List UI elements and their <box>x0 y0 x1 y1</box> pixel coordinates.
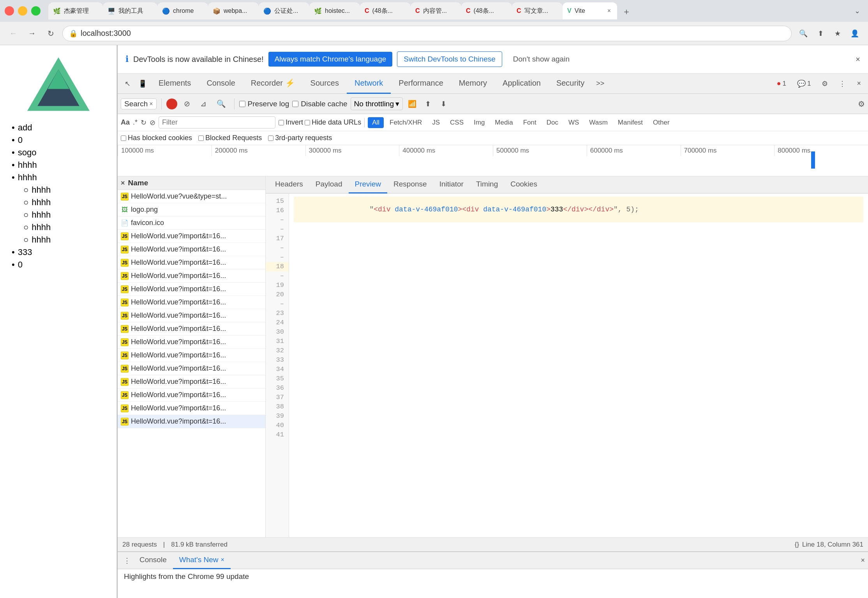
new-tab-button[interactable]: ＋ <box>619 4 634 19</box>
preview-tab-timing[interactable]: Timing <box>470 176 504 193</box>
preview-tab-initiator[interactable]: Initiator <box>433 176 470 193</box>
file-item-17-selected[interactable]: JS HelloWorld.vue?import&t=16... <box>118 415 265 428</box>
file-item-11[interactable]: JS HelloWorld.vue?import&t=16... <box>118 336 265 349</box>
tab-memory[interactable]: Memory <box>451 74 495 94</box>
close-devtools-button[interactable]: × <box>853 78 865 89</box>
filter-js-button[interactable]: JS <box>428 117 444 128</box>
inspect-element-button[interactable]: ↖ <box>121 78 134 90</box>
settings-button[interactable]: ⚙ <box>818 78 832 90</box>
throttling-select[interactable]: No throttling ▾ <box>351 97 403 110</box>
tab-elements[interactable]: Elements <box>151 74 199 94</box>
filter-button[interactable]: ⊿ <box>197 97 210 110</box>
filter-font-button[interactable]: Font <box>519 117 541 128</box>
network-settings-button[interactable]: ⚙ <box>858 99 865 109</box>
profile-button[interactable]: 👤 <box>848 26 862 40</box>
file-item-8[interactable]: JS HelloWorld.vue?import&t=16... <box>118 296 265 309</box>
filter-manifest-button[interactable]: Manifest <box>614 117 647 128</box>
tab-7[interactable]: C (48条... <box>360 2 411 19</box>
match-language-button[interactable]: Always match Chrome's language <box>268 52 393 67</box>
filter-wasm-button[interactable]: Wasm <box>585 117 612 128</box>
filter-ws-button[interactable]: WS <box>564 117 583 128</box>
more-options-button[interactable]: ⋮ <box>835 78 850 90</box>
file-item-logo[interactable]: 🖼 logo.png <box>118 203 265 216</box>
disable-cache-input[interactable] <box>292 101 298 107</box>
back-button[interactable]: ← <box>6 26 20 40</box>
minimize-button[interactable] <box>18 6 27 16</box>
dont-show-again-button[interactable]: Don't show again <box>507 52 576 67</box>
file-item-5[interactable]: JS HelloWorld.vue?import&t=16... <box>118 256 265 269</box>
file-item-4[interactable]: JS HelloWorld.vue?import&t=16... <box>118 243 265 256</box>
file-item-3[interactable]: JS HelloWorld.vue?import&t=16... <box>118 230 265 243</box>
device-toolbar-button[interactable]: 📱 <box>134 78 151 90</box>
search-close-button[interactable]: × <box>149 100 153 107</box>
preview-tab-preview[interactable]: Preview <box>349 176 388 193</box>
reload-button[interactable]: ↻ <box>44 26 58 40</box>
share-button[interactable]: ⬆ <box>813 26 827 40</box>
bottom-tab-whats-new[interactable]: What's New × <box>173 552 231 569</box>
tab-console[interactable]: Console <box>199 74 243 94</box>
tab-8[interactable]: C 内容管... <box>411 2 461 19</box>
third-party-checkbox[interactable]: 3rd-party requests <box>268 134 332 142</box>
filter-all-button[interactable]: All <box>368 117 384 128</box>
format-icon[interactable]: {} <box>795 541 799 549</box>
more-tabs-button[interactable]: >> <box>592 78 608 89</box>
file-item-10[interactable]: JS HelloWorld.vue?import&t=16... <box>118 322 265 336</box>
tab-sources[interactable]: Sources <box>303 74 347 94</box>
switch-chinese-button[interactable]: Switch DevTools to Chinese <box>397 51 502 67</box>
file-item-13[interactable]: JS HelloWorld.vue?import&t=16... <box>118 362 265 375</box>
preview-tab-response[interactable]: Response <box>387 176 433 193</box>
tabs-overflow-button[interactable]: ⌄ <box>851 7 863 15</box>
has-blocked-cookies-input[interactable] <box>121 135 126 141</box>
tab-close-button[interactable]: × <box>606 7 612 15</box>
filter-doc-button[interactable]: Doc <box>542 117 563 128</box>
search-button[interactable]: 🔍 <box>796 26 810 40</box>
file-item-14[interactable]: JS HelloWorld.vue?import&t=16... <box>118 375 265 389</box>
tab-recorder[interactable]: Recorder ⚡ <box>243 74 303 94</box>
tab-application[interactable]: Application <box>495 74 549 94</box>
record-button[interactable] <box>166 98 177 109</box>
tab-11-active[interactable]: V Vite × <box>563 2 617 19</box>
invert-input[interactable] <box>279 120 284 125</box>
download-icon[interactable]: ⬇ <box>437 98 450 110</box>
tab-9[interactable]: C (48条... <box>461 2 512 19</box>
invert-checkbox[interactable]: Invert <box>279 118 303 127</box>
hide-data-urls-input[interactable] <box>305 120 310 125</box>
tab-5[interactable]: 🔵 公证处... <box>259 2 309 19</box>
preview-tab-cookies[interactable]: Cookies <box>504 176 543 193</box>
maximize-button[interactable] <box>31 6 41 16</box>
tab-4[interactable]: 📦 webpa... <box>208 2 259 19</box>
third-party-input[interactable] <box>268 135 273 141</box>
filter-css-button[interactable]: CSS <box>446 117 468 128</box>
disable-cache-checkbox[interactable]: Disable cache <box>292 100 347 108</box>
file-item-6[interactable]: JS HelloWorld.vue?import&t=16... <box>118 269 265 283</box>
file-item-15[interactable]: JS HelloWorld.vue?import&t=16... <box>118 389 265 402</box>
filter-img-button[interactable]: Img <box>469 117 489 128</box>
tab-3[interactable]: 🔵 chrome <box>157 2 208 19</box>
wifi-icon-button[interactable]: 📶 <box>406 98 418 110</box>
hide-data-urls-checkbox[interactable]: Hide data URLs <box>305 118 361 127</box>
bottom-menu-button[interactable]: ⋮ <box>121 554 133 567</box>
blocked-requests-input[interactable] <box>198 135 204 141</box>
tab-security[interactable]: Security <box>549 74 592 94</box>
whats-new-close-button[interactable]: × <box>221 556 224 563</box>
tab-6[interactable]: 🌿 hoistec... <box>309 2 360 19</box>
tab-performance[interactable]: Performance <box>391 74 451 94</box>
filter-other-button[interactable]: Other <box>649 117 674 128</box>
tab-network[interactable]: Network <box>347 74 391 94</box>
banner-close-button[interactable]: × <box>856 55 860 64</box>
file-item-favicon[interactable]: 📄 favicon.ico <box>118 216 265 230</box>
refresh-filter-button[interactable]: ↻ <box>141 118 146 127</box>
stop-record-button[interactable]: ⊘ <box>180 97 194 110</box>
preserve-log-checkbox[interactable]: Preserve log <box>239 100 289 108</box>
preview-tab-headers[interactable]: Headers <box>269 176 309 193</box>
messages-badge[interactable]: 💬 1 <box>793 78 815 90</box>
errors-badge[interactable]: ● 1 <box>773 78 790 89</box>
forward-button[interactable]: → <box>25 26 39 40</box>
file-list-close-button[interactable]: × <box>121 179 125 187</box>
tab-10[interactable]: C 写文章... <box>512 2 563 19</box>
file-item-7[interactable]: JS HelloWorld.vue?import&t=16... <box>118 283 265 296</box>
bookmark-button[interactable]: ★ <box>831 26 845 40</box>
bottom-tab-console[interactable]: Console <box>133 552 173 569</box>
filter-input[interactable] <box>159 116 275 128</box>
address-input[interactable]: 🔒 localhost:3000 <box>62 26 792 41</box>
